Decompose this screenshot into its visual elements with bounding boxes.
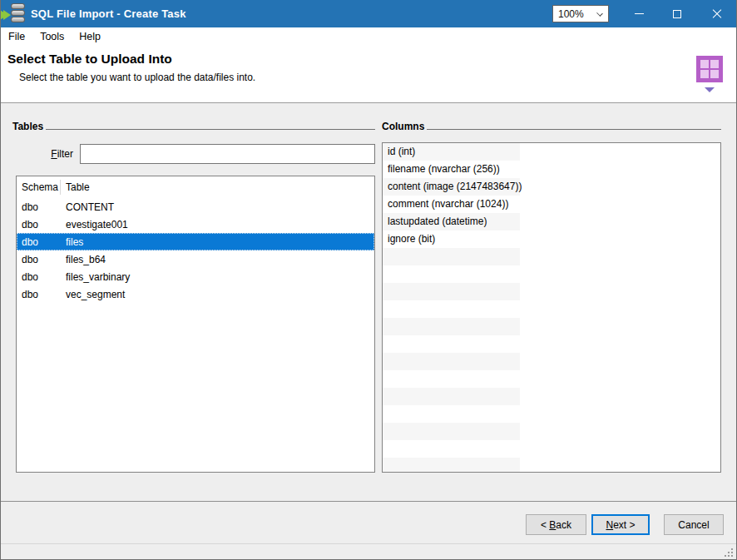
empty-row — [383, 300, 720, 318]
zoom-value: 100% — [558, 8, 584, 20]
empty-row — [383, 353, 720, 370]
column-header-schema[interactable]: Schema — [17, 181, 60, 193]
cell-table: vec_segment — [60, 289, 374, 300]
cell-table: files — [60, 236, 374, 248]
table-row[interactable]: dboevestigate001 — [17, 216, 374, 233]
menu-help[interactable]: Help — [72, 27, 108, 46]
columns-listbox[interactable]: id (int)filename (nvarchar (256))content… — [382, 142, 721, 473]
resize-grip-icon[interactable] — [725, 548, 734, 557]
zoom-combobox[interactable]: 100% — [552, 5, 609, 22]
close-button[interactable] — [698, 0, 735, 27]
empty-row — [383, 458, 720, 473]
column-item[interactable]: id (int) — [383, 143, 720, 161]
cell-schema: dbo — [17, 271, 60, 283]
back-button[interactable]: < Back — [526, 514, 586, 535]
empty-row — [383, 405, 720, 423]
cell-table: evestigate001 — [60, 219, 374, 230]
page-title: Select Table to Upload Into — [7, 52, 172, 67]
tables-listview[interactable]: Schema Table dboCONTENTdboevestigate001d… — [16, 176, 375, 473]
title-bar: SQL File Import - Create Task 100% — [1, 0, 736, 27]
arrow-down-icon — [705, 87, 715, 92]
empty-row — [383, 283, 720, 300]
table-row[interactable]: dbofiles_varbinary — [17, 268, 374, 285]
empty-row — [383, 423, 720, 440]
empty-row — [383, 265, 720, 283]
app-database-import-icon — [3, 2, 26, 25]
cell-table: CONTENT — [60, 201, 374, 213]
minimize-icon — [635, 13, 644, 14]
empty-row — [383, 388, 720, 405]
tables-group-header: Tables — [12, 121, 375, 132]
cell-table: files_varbinary — [60, 271, 374, 283]
cell-schema: dbo — [17, 201, 60, 213]
cancel-button[interactable]: Cancel — [664, 514, 724, 535]
tables-group-label: Tables — [12, 121, 43, 132]
empty-row — [383, 440, 720, 458]
column-item[interactable]: lastupdated (datetime) — [383, 213, 720, 230]
table-row[interactable]: dboCONTENT — [17, 198, 374, 216]
columns-group-header: Columns — [382, 121, 721, 132]
filter-input[interactable] — [80, 144, 375, 164]
status-bar — [1, 543, 736, 559]
column-item[interactable]: filename (nvarchar (256)) — [383, 161, 720, 178]
maximize-button[interactable] — [658, 0, 695, 27]
next-button[interactable]: Next > — [591, 514, 650, 535]
cell-schema: dbo — [17, 219, 60, 230]
table-row[interactable]: dbofiles_b64 — [17, 250, 374, 268]
column-item[interactable]: content (image (2147483647)) — [383, 178, 720, 196]
column-item[interactable]: ignore (bit) — [383, 230, 720, 248]
filter-label: Filter — [26, 144, 73, 164]
empty-row — [383, 318, 720, 335]
tables-list-header: Schema Table — [17, 176, 374, 198]
menu-tools[interactable]: Tools — [32, 27, 72, 46]
empty-row — [383, 248, 720, 265]
table-row[interactable]: dbovec_segment — [17, 285, 374, 303]
table-row[interactable]: dbofiles — [17, 233, 374, 250]
cell-schema: dbo — [17, 289, 60, 300]
footer-bar: < Back Next > Cancel — [1, 501, 736, 543]
menu-file[interactable]: File — [1, 27, 32, 46]
cell-schema: dbo — [17, 236, 60, 248]
window-title: SQL File Import - Create Task — [31, 7, 186, 20]
close-icon — [712, 9, 722, 19]
content-area: Tables Filter Schema Table dboCONTENTdbo… — [1, 103, 736, 501]
columns-group-label: Columns — [382, 121, 424, 132]
column-item[interactable]: comment (nvarchar (1024)) — [383, 196, 720, 213]
chevron-down-icon — [596, 10, 603, 17]
menu-bar: File Tools Help — [1, 27, 736, 46]
maximize-icon — [673, 10, 681, 18]
wizard-header: Select Table to Upload Into Select the t… — [1, 46, 736, 103]
empty-row — [383, 335, 720, 353]
page-subtitle: Select the table you want to upload the … — [19, 72, 255, 83]
column-header-table[interactable]: Table — [60, 180, 374, 195]
cell-schema: dbo — [17, 254, 60, 265]
cell-table: files_b64 — [60, 254, 374, 265]
table-grid-icon — [696, 56, 723, 92]
empty-row — [383, 370, 720, 388]
wizard-window: SQL File Import - Create Task 100% File … — [0, 0, 737, 560]
minimize-button[interactable] — [621, 0, 658, 27]
